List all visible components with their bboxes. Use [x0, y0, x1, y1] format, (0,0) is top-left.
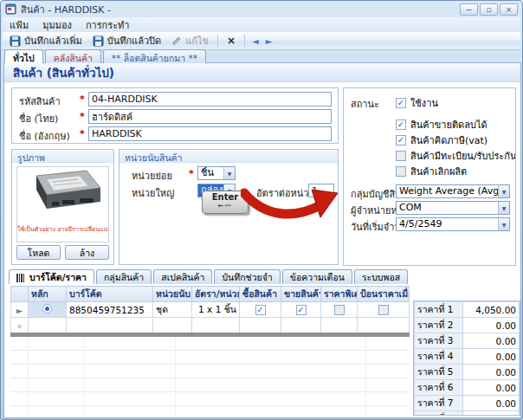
harddisk-image [17, 167, 108, 223]
rate-cell[interactable]: 1 x 1 ชิ้น [192, 302, 240, 318]
tab-lot-carryover[interactable]: ** ล็อตสินค้ายกมา ** [103, 49, 206, 63]
general-fields-panel: รหัสสินค้า * ชื่อ (ไทย) * ชื่อ (อังกฤษ) … [11, 87, 339, 144]
sale-start-date-value: 4/5/2549 [397, 218, 498, 230]
checkbox-icon[interactable]: ✓ [296, 305, 307, 315]
tab-barcode-price[interactable]: บาร์โค้ด/ราคา [9, 269, 94, 284]
tab-general[interactable]: ทั่วไป [4, 49, 43, 63]
empty-cell[interactable] [153, 318, 192, 333]
price-label: ราคาที่ 4 [415, 349, 463, 365]
save-and-close-button[interactable]: บันทึกแล้วปิด [88, 32, 166, 49]
grid-line [365, 337, 366, 415]
buy-cell[interactable]: ✓ [240, 302, 281, 318]
sell-cell[interactable]: ✓ [281, 302, 321, 318]
main-radio[interactable] [42, 304, 52, 313]
checkbox-icon[interactable]: ✓ [255, 305, 266, 315]
load-image-button[interactable]: โหลด [16, 245, 61, 260]
price-value[interactable]: 0.00 [463, 411, 520, 417]
chevron-down-icon[interactable]: ▼ [498, 218, 509, 230]
price-value[interactable]: 0.00 [463, 318, 520, 333]
tab-warehouse[interactable]: คลังสินค้า [45, 49, 101, 63]
checkbox-discontinued[interactable]: ✓ สินค้าเลิกผลิต [396, 164, 467, 179]
checkbox-registered-warranty[interactable]: ✓ สินค้ามีทะเบียน/รับประกัน [396, 148, 516, 164]
price-value[interactable]: 0.00 [463, 349, 520, 365]
checkbox-icon[interactable]: ✓ [396, 151, 406, 161]
clear-image-button[interactable]: ล้าง [65, 245, 109, 260]
col-header-main[interactable]: หลัก [29, 287, 67, 302]
tab-content-general: สินค้า (สินค้าทั่วไป) รหัสสินค้า * ชื่อ … [3, 62, 521, 418]
price-value[interactable]: 4,050.00 [463, 302, 520, 318]
special-price-cell[interactable]: ✓ [321, 302, 358, 318]
tab-product-group[interactable]: กลุ่มสินค้า [96, 269, 152, 284]
col-header-unit[interactable]: หน่วยนับ [153, 287, 192, 302]
checkbox-icon[interactable]: ✓ [396, 135, 406, 145]
empty-cell[interactable] [67, 318, 153, 333]
price-value[interactable]: 0.00 [463, 396, 520, 411]
delete-icon[interactable]: × [223, 35, 240, 47]
price-value[interactable]: 0.00 [463, 333, 520, 349]
sub-unit-select[interactable]: ชิ้น ▼ [197, 166, 236, 180]
checkbox-sell-negative[interactable]: ✓ สินค้าขายติดลบได้ [396, 117, 487, 132]
price-label: ราคาที่ 7 [415, 396, 463, 411]
tab-pos-system[interactable]: ระบบพอส [354, 269, 408, 284]
empty-cell[interactable] [240, 318, 281, 333]
checkbox-icon[interactable]: ✓ [378, 305, 389, 315]
empty-cell[interactable] [29, 318, 67, 333]
empty-cell[interactable] [358, 318, 410, 333]
enter-price-cell[interactable]: ✓ [358, 302, 410, 318]
status-label: สถานะ [351, 96, 379, 112]
edit-button[interactable]: แก้ไข [167, 32, 213, 49]
col-header-sell[interactable]: ขายสินค้า [281, 287, 321, 302]
checkbox-icon[interactable]: ✓ [396, 98, 406, 108]
chevron-down-icon[interactable]: ▼ [498, 202, 509, 214]
price-value[interactable]: 0.00 [463, 365, 520, 380]
product-image: ใช้เป็นตัวอย่าง อาจมีการเปลี่ยนแปลง [16, 166, 109, 242]
checkbox-active[interactable]: ✓ ใช้งาน [396, 95, 438, 111]
col-header-rate[interactable]: อัตรา/หน่วยส... [192, 287, 240, 302]
save-and-add-button[interactable]: บันทึกแล้วเพิ่ม [5, 32, 87, 49]
empty-cell[interactable] [281, 318, 321, 333]
sale-start-date-select[interactable]: 4/5/2549 ▼ [396, 217, 510, 231]
product-code-field[interactable] [88, 92, 332, 107]
maximize-icon[interactable]: ▫ [480, 3, 498, 16]
previous-record-icon[interactable]: ◄ [249, 36, 262, 46]
menu-action[interactable]: การกระทำ [79, 16, 137, 34]
tab-product-spec[interactable]: สเปคสินค้า [153, 269, 212, 284]
barcode-cell[interactable]: 8850459751235 [67, 302, 153, 318]
menu-file[interactable]: แฟ้ม [3, 16, 36, 34]
name-thai-field[interactable] [88, 109, 332, 124]
checkbox-icon[interactable]: ✓ [334, 305, 345, 315]
unit-cell[interactable]: ชุด [153, 302, 192, 318]
next-record-icon[interactable]: ► [263, 36, 275, 46]
chevron-down-icon[interactable]: ▼ [223, 167, 235, 179]
empty-cell[interactable] [321, 318, 358, 333]
row-selector-cell[interactable]: ► [11, 302, 29, 318]
col-header-special-price[interactable]: ราคาพิเศษ [321, 287, 358, 302]
menu-view[interactable]: มุมมอง [36, 16, 79, 34]
tab-warning-message[interactable]: ข้อความเตือน [282, 269, 352, 284]
empty-cell[interactable] [192, 318, 240, 333]
col-header-enter-price[interactable]: ป้อนราคาเมื่อขาย [358, 287, 410, 302]
account-group-select[interactable]: Weight Average (Avg) ▼ [396, 184, 510, 198]
minimize-icon[interactable]: − [460, 3, 478, 16]
close-icon[interactable]: × [500, 3, 518, 16]
empty-grid-area [10, 337, 410, 415]
price-value[interactable]: 0.00 [463, 380, 520, 396]
checkbox-icon[interactable]: ✓ [396, 166, 406, 177]
top-tab-strip: ทั่วไป คลังสินค้า ** ล็อตสินค้ายกมา ** [4, 49, 206, 63]
tab-memo[interactable]: บันทึกช่วยจำ [214, 269, 280, 284]
sub-unit-value: ชิ้น [198, 167, 223, 179]
price-label: ราคาที่ 5 [415, 365, 463, 380]
main-supplier-value: COM [397, 202, 498, 214]
col-header-barcode[interactable]: บาร์โค้ด [67, 287, 153, 302]
toolbar-separator [217, 35, 218, 47]
main-supplier-select[interactable]: COM ▼ [396, 201, 510, 215]
checkbox-vat[interactable]: ✓ สินค้าคิดภาษี(vat) [396, 132, 487, 148]
main-radio-cell[interactable] [29, 302, 67, 318]
chevron-down-icon[interactable]: ▼ [498, 185, 509, 197]
col-header-buy[interactable]: ซื้อสินค้า [240, 287, 281, 302]
new-row-selector-cell[interactable]: ✳ [11, 318, 29, 333]
grid-line [175, 337, 176, 415]
checkbox-icon[interactable]: ✓ [396, 120, 406, 130]
price-label: ราคาที่ 3 [415, 333, 463, 349]
name-english-field[interactable] [88, 126, 332, 141]
